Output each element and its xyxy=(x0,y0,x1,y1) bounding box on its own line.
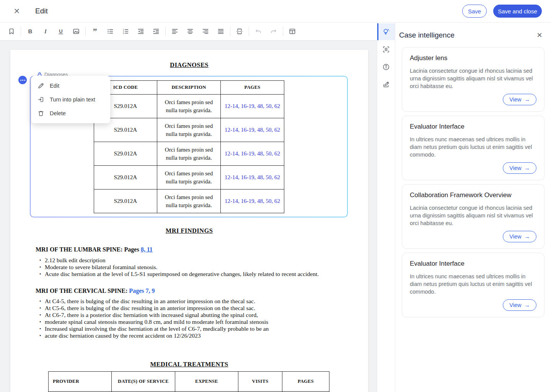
close-icon[interactable]: ✕ xyxy=(13,7,21,15)
trash-icon xyxy=(37,110,44,117)
insight-card: Evaluator Interface In ultrices nunc mae… xyxy=(402,116,544,180)
menu-item-edit[interactable]: Edit xyxy=(31,79,110,93)
pages-link[interactable]: 12-14, 16-19, 48, 50, 62 xyxy=(225,174,280,180)
lumbar-spine-heading: MRI OF THE LUMBAR SPINE: Pages 8, 11 xyxy=(36,246,153,253)
toolbar-separator xyxy=(21,27,21,36)
plain-text-icon xyxy=(37,96,44,103)
align-left-icon[interactable] xyxy=(168,25,181,38)
insight-card: Evaluator Interface In ultrices nunc mae… xyxy=(402,253,544,317)
svg-text:B: B xyxy=(28,28,33,34)
table-header-row: ICD CODE DESCRIPTION PAGES xyxy=(94,81,284,95)
top-bar: ✕ Edit Save Save and close xyxy=(0,0,551,23)
case-intelligence-panel: Case intelligence ✕ Adjuster lens Lacini… xyxy=(395,23,551,392)
align-justify-icon[interactable] xyxy=(214,25,227,38)
pages-link[interactable]: 12-14, 16-19, 48, 50, 62 xyxy=(225,150,280,157)
bookmark-icon[interactable] xyxy=(5,25,18,38)
view-button[interactable]: View→ xyxy=(503,94,536,105)
toolbar-separator xyxy=(283,27,283,36)
bulleted-list-icon[interactable] xyxy=(104,25,117,38)
case-intelligence-tab[interactable] xyxy=(377,23,395,40)
block-context-menu: Edit Turn into plain text Delete xyxy=(31,76,110,123)
editor-canvas: DIAGNOSES Diagnoses ICD CODE DESCRIPTION… xyxy=(0,41,377,392)
numbered-list-icon[interactable]: 123 xyxy=(119,25,132,38)
align-center-icon[interactable] xyxy=(184,25,197,38)
table-row: S29.012A Orci fames proin sed nulla turp… xyxy=(94,166,284,189)
info-tab[interactable] xyxy=(377,59,395,75)
col-header-provider: PROVIDER xyxy=(49,372,112,392)
sign-document-icon xyxy=(382,80,390,89)
table-row: S29.012A Orci fames proin sed nulla turp… xyxy=(94,95,284,118)
pages-link[interactable]: 12-14, 16-19, 48, 50, 62 xyxy=(225,198,280,204)
page-title: Edit xyxy=(35,7,48,15)
diagnoses-table: ICD CODE DESCRIPTION PAGES S29.012A Orci… xyxy=(94,80,284,213)
col-header-dates-of-service: DATE(S) OF SERVICE xyxy=(112,372,175,392)
table-row: S29.012A Orci fames proin sed nulla turp… xyxy=(94,118,284,142)
pages-link[interactable]: 12-14, 16-19, 48, 50, 62 xyxy=(225,103,280,109)
panel-title: Case intelligence xyxy=(399,31,455,39)
side-tools-rail xyxy=(377,23,395,392)
lightbulb-sparkle-icon xyxy=(382,28,390,36)
undo-icon[interactable] xyxy=(252,25,265,38)
info-icon xyxy=(382,63,390,71)
panel-header: Case intelligence ✕ xyxy=(395,23,551,45)
scan-text-icon xyxy=(382,45,390,54)
block-options-button[interactable] xyxy=(18,76,27,84)
blockquote-icon[interactable]: ” xyxy=(88,25,101,38)
bold-icon[interactable]: B xyxy=(24,25,37,38)
medical-treatments-table: PROVIDER DATE(S) OF SERVICE EXPENSE VISI… xyxy=(48,371,329,392)
align-right-icon[interactable] xyxy=(199,25,212,38)
underline-icon[interactable]: U xyxy=(54,25,67,38)
diagnoses-heading: DIAGNOSES xyxy=(10,61,368,69)
italic-icon[interactable]: I xyxy=(39,25,52,38)
formatting-toolbar: B I U ” 123 xyxy=(0,23,377,41)
mri-findings-heading: MRI FINDINGS xyxy=(10,227,368,235)
toolbar-separator xyxy=(85,27,86,36)
view-button[interactable]: View→ xyxy=(503,231,536,242)
toolbar-separator xyxy=(249,27,249,36)
sign-document-tab[interactable] xyxy=(377,76,395,93)
table-header-row: PROVIDER DATE(S) OF SERVICE EXPENSE VISI… xyxy=(49,372,329,392)
insight-card: Collaboration Framework Overview Lacinia… xyxy=(402,184,544,249)
arrow-right-icon: → xyxy=(525,234,530,240)
col-header-description: DESCRIPTION xyxy=(157,81,221,95)
scan-summary-tab[interactable] xyxy=(377,41,395,58)
arrow-right-icon: → xyxy=(525,302,530,308)
menu-item-turn-into-plain-text[interactable]: Turn into plain text xyxy=(31,93,110,106)
close-icon[interactable]: ✕ xyxy=(536,31,543,39)
save-button[interactable]: Save xyxy=(462,5,487,18)
view-button[interactable]: View→ xyxy=(503,162,536,174)
toolbar-separator xyxy=(230,27,230,36)
indent-icon[interactable] xyxy=(150,25,163,38)
col-header-pages: PAGES xyxy=(221,81,284,95)
col-header-pages: PAGES xyxy=(282,372,329,392)
outdent-icon[interactable] xyxy=(134,25,147,38)
arrow-right-icon: → xyxy=(525,165,530,171)
col-header-expense: EXPENSE xyxy=(175,372,238,392)
cervical-spine-heading: MRI OF THE CERVICAL SPINE: Pages 7, 9 xyxy=(36,287,155,294)
document-page: DIAGNOSES Diagnoses ICD CODE DESCRIPTION… xyxy=(10,50,368,392)
view-button[interactable]: View→ xyxy=(503,299,536,311)
pages-link[interactable]: 12-14, 16-19, 48, 50, 62 xyxy=(225,127,280,133)
lumbar-pages-link[interactable]: 8, 11 xyxy=(141,246,153,253)
insert-image-icon[interactable] xyxy=(70,25,83,38)
page-break-icon[interactable] xyxy=(233,25,246,38)
col-header-visits: VISITS xyxy=(238,372,282,392)
topbar-actions: Save Save and close xyxy=(462,5,542,18)
insert-table-icon[interactable] xyxy=(286,25,299,38)
table-row: S29.012A Orci fames proin sed nulla turp… xyxy=(94,142,284,166)
toolbar-separator xyxy=(165,27,166,36)
redo-icon[interactable] xyxy=(267,25,280,38)
svg-text:U: U xyxy=(59,28,62,34)
pencil-icon xyxy=(37,82,44,89)
svg-text:3: 3 xyxy=(123,32,124,34)
svg-text:I: I xyxy=(44,28,47,34)
menu-item-delete[interactable]: Delete xyxy=(31,106,110,120)
save-and-close-button[interactable]: Save and close xyxy=(493,5,542,18)
cervical-pages-link[interactable]: Pages 7, 9 xyxy=(129,287,155,294)
table-row: S29.012A Orci fames proin sed nulla turp… xyxy=(94,189,284,213)
medical-treatments-heading: MEDICAL TREATMENTS xyxy=(10,361,368,368)
insight-card: Adjuster lens Lacinia consectetur congue… xyxy=(402,47,544,112)
insight-cards: Adjuster lens Lacinia consectetur congue… xyxy=(395,45,551,317)
cervical-bullet-list: •At C4-5, there is bulging of the disc r… xyxy=(39,298,269,339)
arrow-right-icon: → xyxy=(525,96,530,103)
